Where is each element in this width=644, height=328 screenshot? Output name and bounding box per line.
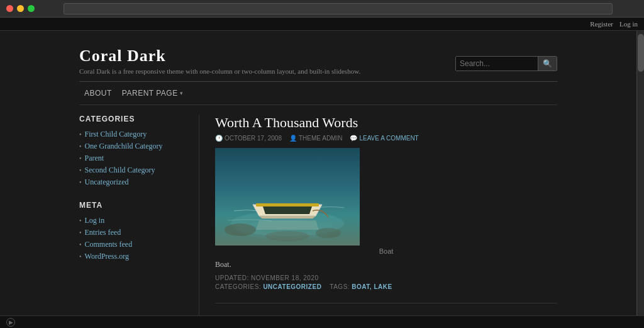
boat-image bbox=[215, 148, 360, 246]
post-1-tags: CATEGORIES: UNCATEGORIZED TAGS: BOAT, LA… bbox=[215, 283, 557, 290]
meta-link[interactable]: WordPress.org bbox=[85, 252, 129, 261]
post-1-date: 🕐 OCTOBER 17, 2008 bbox=[215, 135, 282, 142]
search-box[interactable]: 🔍 bbox=[455, 56, 557, 71]
scroll-area: Coral Dark Coral Dark is a free responsi… bbox=[0, 31, 636, 315]
categories-widget: CATEGORIES First Child Category One Gran… bbox=[79, 115, 180, 188]
meta-link[interactable]: Comments feed bbox=[85, 240, 133, 249]
site-header: Coral Dark Coral Dark is a free responsi… bbox=[79, 37, 557, 82]
category-link[interactable]: Second Child Category bbox=[85, 166, 155, 175]
site-title-block: Coral Dark Coral Dark is a free responsi… bbox=[79, 47, 360, 75]
svg-point-4 bbox=[316, 228, 341, 238]
list-item: Log in bbox=[79, 215, 180, 227]
register-link[interactable]: Register bbox=[590, 20, 613, 28]
post-1-updated: UPDATED: November 18, 2020 bbox=[215, 274, 557, 281]
admin-bar: Register Log in bbox=[0, 18, 644, 31]
site-description: Coral Dark is a free responsive theme wi… bbox=[79, 67, 360, 75]
list-item: Comments feed bbox=[79, 239, 180, 251]
address-bar[interactable] bbox=[64, 3, 613, 14]
content-area: CATEGORIES First Child Category One Gran… bbox=[79, 115, 557, 315]
meta-list: Log in Entries feed Comments feed WordPr… bbox=[79, 215, 180, 263]
categories-title: CATEGORIES bbox=[79, 115, 180, 123]
svg-point-3 bbox=[225, 223, 256, 236]
dropdown-arrow-icon: ▾ bbox=[180, 90, 184, 96]
list-item: Parent bbox=[79, 152, 180, 164]
image-caption: Boat bbox=[215, 247, 557, 255]
svg-rect-6 bbox=[256, 203, 319, 206]
bottom-icon[interactable]: ▶ bbox=[6, 318, 15, 327]
post-1-author: 👤 THEME ADMIN bbox=[289, 135, 342, 142]
leave-comment-link[interactable]: LEAVE A COMMENT bbox=[359, 135, 418, 142]
list-item: First Child Category bbox=[79, 128, 180, 140]
category-link[interactable]: Uncategorized bbox=[85, 178, 129, 187]
scrollbar-track[interactable] bbox=[636, 31, 644, 315]
login-link[interactable]: Log in bbox=[619, 20, 638, 28]
browser-chrome bbox=[0, 0, 644, 18]
site-title: Coral Dark bbox=[79, 47, 360, 65]
minimize-button[interactable] bbox=[17, 5, 24, 12]
post-1: Worth A Thousand Words 🕐 OCTOBER 17, 200… bbox=[215, 115, 557, 303]
search-input[interactable] bbox=[456, 57, 538, 71]
svg-point-5 bbox=[265, 231, 309, 241]
nav-about[interactable]: ABOUT bbox=[79, 87, 117, 99]
list-item: Second Child Category bbox=[79, 164, 180, 176]
site-nav: ABOUT PARENT PAGE ▾ bbox=[79, 82, 557, 105]
calendar-icon: 🕐 bbox=[215, 135, 223, 142]
list-item: WordPress.org bbox=[79, 251, 180, 263]
close-button[interactable] bbox=[6, 5, 13, 12]
list-item: Entries feed bbox=[79, 227, 180, 239]
post-1-meta: 🕐 OCTOBER 17, 2008 👤 THEME ADMIN 💬 LEAV bbox=[215, 135, 557, 142]
meta-widget: META Log in Entries feed Comments feed W… bbox=[79, 201, 180, 263]
list-item: One Grandchild Category bbox=[79, 140, 180, 152]
categories-list: First Child Category One Grandchild Cate… bbox=[79, 128, 180, 188]
bottom-bar: ▶ bbox=[0, 315, 644, 328]
meta-link[interactable]: Log in bbox=[85, 216, 105, 225]
category-link[interactable]: First Child Category bbox=[85, 130, 147, 139]
tag-link[interactable]: BOAT, LAKE bbox=[352, 283, 392, 290]
category-tag-link[interactable]: UNCATEGORIZED bbox=[263, 283, 321, 290]
author-icon: 👤 bbox=[289, 135, 297, 142]
category-link[interactable]: Parent bbox=[85, 154, 104, 163]
post-1-comments: 💬 LEAVE A COMMENT bbox=[350, 135, 418, 142]
meta-link[interactable]: Entries feed bbox=[85, 228, 121, 237]
boat-svg bbox=[215, 148, 360, 246]
scrollbar-thumb[interactable] bbox=[638, 34, 644, 72]
sidebar: CATEGORIES First Child Category One Gran… bbox=[79, 115, 180, 315]
maximize-button[interactable] bbox=[28, 5, 35, 12]
category-link[interactable]: One Grandchild Category bbox=[85, 142, 163, 151]
post-1-image-container: Boat bbox=[215, 148, 557, 255]
list-item: Uncategorized bbox=[79, 176, 180, 188]
comment-icon: 💬 bbox=[350, 135, 357, 142]
post-1-title: Worth A Thousand Words bbox=[215, 115, 557, 131]
search-button[interactable]: 🔍 bbox=[538, 57, 557, 71]
nav-parent-page[interactable]: PARENT PAGE ▾ bbox=[117, 87, 188, 99]
main-content: Worth A Thousand Words 🕐 OCTOBER 17, 200… bbox=[199, 115, 557, 315]
post-1-body: Boat. bbox=[215, 260, 557, 269]
meta-title: META bbox=[79, 201, 180, 210]
